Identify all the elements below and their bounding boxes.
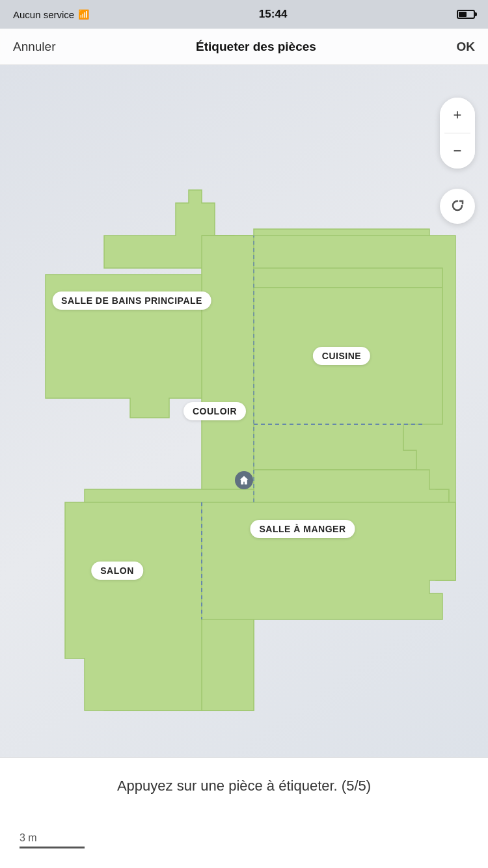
scale-label: 3 m [20,832,37,844]
cancel-button[interactable]: Annuler [13,40,56,54]
room-label-couloir[interactable]: COULOIR [183,402,246,420]
room-label-salle-a-manger[interactable]: SALLE À MANGER [251,520,355,538]
battery-indicator [457,10,475,19]
scale-line [20,847,85,848]
zoom-in-button[interactable]: + [440,98,475,133]
bottom-bar: Appuyez sur une pièce à étiqueter. (5/5)… [0,757,488,868]
ok-button[interactable]: OK [456,40,475,54]
room-label-salon[interactable]: SALON [91,562,143,580]
zoom-controls: + − [440,98,475,169]
carrier-info: Aucun service 📶 [13,9,89,20]
status-bar: Aucun service 📶 15:44 [0,0,488,29]
home-icon [239,475,249,485]
scale-bar: 3 m [20,832,85,848]
room-label-salle-de-bains[interactable]: SALLE DE BAINS PRINCIPALE [52,292,211,310]
reset-button[interactable] [440,189,475,224]
nav-bar: Annuler Étiqueter des pièces OK [0,29,488,65]
page-title: Étiqueter des pièces [196,40,316,54]
wifi-icon: 📶 [78,9,89,20]
svg-marker-10 [65,502,202,711]
map-area: SALLE DE BAINS PRINCIPALE COULOIR CUISIN… [0,65,488,757]
carrier-text: Aucun service [13,9,74,20]
home-marker [235,471,253,489]
battery-icon [457,10,475,19]
room-label-cuisine[interactable]: CUISINE [313,347,370,365]
time-display: 15:44 [259,8,287,21]
instruction-text: Appuyez sur une pièce à étiqueter. (5/5) [117,778,371,794]
zoom-out-button[interactable]: − [440,133,475,169]
